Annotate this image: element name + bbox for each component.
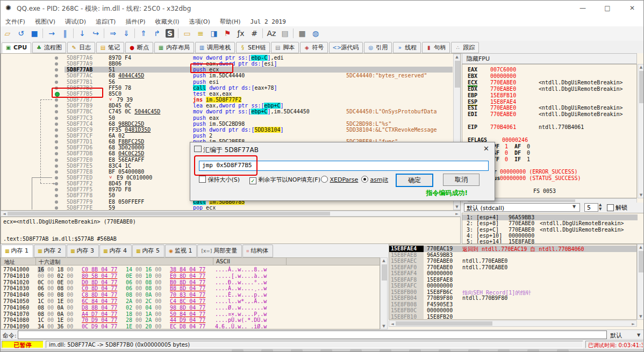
register-row[interactable]: ESI770EABE0<ntdll.DbgUiRemoteBreakin> bbox=[462, 105, 637, 111]
instruction-dot[interactable] bbox=[55, 117, 58, 120]
execute-till-return-icon[interactable]: ⇓ bbox=[120, 27, 133, 39]
disasm-row[interactable]: 5D8F77C468 98BDC25Dpush im.5DC2BD985DC2B… bbox=[1, 121, 453, 127]
dump-row[interactable]: 7704104006 00 08 00C8 8D 04 7708 00 0A 0… bbox=[1, 292, 377, 298]
keep-size-checkbox[interactable]: 保持大小(S) bbox=[199, 176, 240, 184]
run-to-cursor-icon[interactable]: ⇒ bbox=[106, 27, 119, 39]
instruction-dot[interactable] bbox=[55, 206, 58, 210]
strings-icon[interactable]: Az bbox=[265, 27, 278, 39]
dump-tab-结构体[interactable]: ⌗结构体 bbox=[242, 245, 273, 257]
dump-tab-内存2[interactable]: ▦内存 2 bbox=[34, 245, 66, 257]
tab-调用堆栈[interactable]: ▥调用堆栈 bbox=[195, 42, 235, 53]
menu-item-i[interactable]: 收藏夹(I) bbox=[151, 16, 184, 27]
dump-row[interactable]: 7704100016 00 18 00C0 8B 04 7714 00 16 0… bbox=[1, 267, 377, 273]
register-row[interactable]: ECX770EABE0<ntdll.DbgUiRemoteBreakin> bbox=[462, 80, 637, 85]
pause-icon[interactable]: ‖ bbox=[59, 27, 71, 39]
dump-tab-内存5[interactable]: ▦内存 5 bbox=[132, 245, 164, 257]
hash-icon[interactable]: # bbox=[248, 27, 261, 39]
tab-内存布局[interactable]: ▦内存布局 bbox=[154, 42, 194, 53]
hide-fpu-button[interactable]: 隐藏FPU bbox=[462, 53, 637, 64]
labels-icon[interactable]: ◨ bbox=[207, 27, 220, 39]
stop-icon[interactable]: ■ bbox=[28, 27, 41, 39]
dump-row[interactable]: 770410801C 00 1E 0070 D9 04 7728 00 2A 0… bbox=[1, 317, 377, 324]
restart-icon[interactable]: ↺ bbox=[15, 27, 27, 39]
register-row[interactable]: EBX00000000 bbox=[462, 73, 637, 79]
instruction-dot[interactable] bbox=[55, 68, 58, 71]
stack-row[interactable]: 15E8FAF0770EABE0ntdll.770EABE0 bbox=[389, 264, 637, 271]
instruction-dot[interactable] bbox=[55, 152, 58, 155]
menu-item-f[interactable]: 文件(F) bbox=[1, 16, 30, 27]
dump-row[interactable]: 7704107008 00 0A 00A4 D7 04 7718 00 1A 0… bbox=[1, 311, 377, 318]
dump-vscrollbar[interactable]: ▲ ▼ bbox=[380, 257, 388, 329]
tab-日志[interactable]: ✎日志 bbox=[67, 42, 95, 53]
patch-icon[interactable]: ▭ bbox=[181, 27, 194, 39]
xedparse-radio[interactable]: XEDParse bbox=[321, 176, 358, 183]
stack-row[interactable]: 15E8FB1015E8FB20 bbox=[389, 314, 637, 320]
step-over-icon[interactable]: ↪ bbox=[89, 27, 102, 39]
instruction-dot[interactable] bbox=[55, 104, 58, 107]
instruction-dot[interactable] bbox=[55, 170, 58, 174]
stack-row[interactable]: 15E8FB08F45905E3 bbox=[389, 301, 637, 308]
scroll-up-icon[interactable]: ▲ bbox=[454, 55, 460, 59]
stack-hscrollbar[interactable]: ◄ ► bbox=[389, 320, 637, 327]
argument-row[interactable]: 2:[esp+8]770EABE0<ntdll.DbgUiRemoteBreak… bbox=[462, 220, 638, 226]
register-row[interactable]: EAX007C6000 bbox=[462, 67, 637, 73]
dump-row[interactable]: 7704109034 00 36 000C D9 04 771E 00 20 0… bbox=[1, 324, 377, 329]
stack-row[interactable]: 15E8FAF815E8FAE8 bbox=[389, 277, 637, 283]
unlock-checkbox[interactable] bbox=[607, 204, 614, 211]
cancel-button[interactable]: 取消 bbox=[443, 174, 480, 186]
run-to-user-code-icon[interactable]: ↱ bbox=[151, 27, 163, 39]
chevron-down-icon[interactable]: ▼ bbox=[573, 204, 576, 209]
instruction-dot[interactable] bbox=[55, 56, 58, 60]
stack-panel[interactable]: 15E8FAE4770EAC19返回到 ntdll.770EAC19 自 ntd… bbox=[389, 244, 644, 329]
tab-cpu[interactable]: ▣CPU bbox=[2, 42, 31, 54]
argument-row[interactable]: 1:[esp+4]96A59BB3 bbox=[462, 214, 638, 220]
dump-tab-内存1[interactable]: ▦内存 1 bbox=[1, 245, 33, 257]
menu-item-o[interactable]: 选项(O) bbox=[184, 16, 214, 27]
stack-row[interactable]: 15E8FAFC00000000 bbox=[389, 283, 637, 289]
internet-icon[interactable]: ◍ bbox=[309, 27, 322, 39]
scroll-thumb[interactable] bbox=[455, 61, 460, 88]
instruction-dot[interactable] bbox=[55, 62, 58, 66]
asmjit-radio[interactable]: asmjit bbox=[361, 176, 388, 183]
instruction-dot[interactable] bbox=[55, 159, 58, 162]
stack-row[interactable]: 15E8FAE4770EAC19返回到 ntdll.770EAC19 自 ntd… bbox=[389, 246, 637, 252]
regs-vscrollbar[interactable]: ▲ ▼ bbox=[638, 64, 644, 198]
tab-源代码[interactable]: <>源代码 bbox=[329, 42, 363, 53]
minimize-button[interactable]: — bbox=[570, 1, 595, 16]
stepper-down-icon[interactable]: ▼ bbox=[599, 207, 602, 211]
maximize-button[interactable]: □ bbox=[595, 1, 620, 16]
instruction-dot[interactable] bbox=[55, 194, 58, 197]
disasm-hscrollbar[interactable]: ◄ ► bbox=[1, 211, 461, 217]
dump-panel[interactable]: ▦内存 1▦内存 2▦内存 3▦内存 4▦内存 5◉监视 1[x=]局部变量⌗结… bbox=[1, 244, 388, 329]
instruction-dot[interactable] bbox=[55, 140, 58, 143]
chevron-down-icon[interactable]: ▼ bbox=[637, 333, 640, 337]
tab-引用[interactable]: ◎引用 bbox=[364, 42, 392, 53]
tab-seh链[interactable]: §SEH链 bbox=[236, 42, 270, 53]
stack-vscrollbar[interactable]: ▲ ▼ bbox=[637, 244, 644, 320]
stack-body[interactable]: 15E8FAE4770EAC19返回到 ntdll.770EAC19 自 ntd… bbox=[389, 244, 637, 320]
instruction-dot[interactable] bbox=[55, 164, 58, 168]
scroll-down-icon[interactable]: ▼ bbox=[454, 205, 460, 209]
fill-nop-checkbox[interactable]: ✓ 剩余字节以NOP填充(F) bbox=[249, 176, 320, 184]
register-row[interactable]: EDX770EABE0<ntdll.DbgUiRemoteBreakin> bbox=[462, 86, 637, 92]
dump-tab-内存3[interactable]: ▦内存 3 bbox=[67, 245, 99, 257]
menu-item-d[interactable]: 调试(D) bbox=[60, 16, 91, 27]
argument-row[interactable]: 3:[esp+C]770EABE0<ntdll.DbgUiRemoteBreak… bbox=[462, 227, 638, 233]
instruction-dot[interactable] bbox=[55, 123, 58, 126]
arguments-list[interactable]: 1:[esp+4]96A59BB32:[esp+8]770EABE0<ntdll… bbox=[462, 213, 644, 244]
instruction-dot[interactable] bbox=[55, 188, 58, 191]
tab-流程图[interactable]: ♣流程图 bbox=[32, 42, 66, 53]
instruction-dot[interactable] bbox=[55, 146, 58, 149]
tab-跟踪[interactable]: ∴跟踪 bbox=[451, 42, 479, 53]
dump-row[interactable]: 7704106008 00 0A 00D8 8B 04 7702 00 04 0… bbox=[1, 305, 377, 311]
instruction-dot[interactable] bbox=[55, 176, 58, 179]
instruction-dot[interactable] bbox=[55, 128, 58, 132]
run-till-return-icon[interactable]: ⇑ bbox=[137, 27, 150, 39]
modules-icon[interactable]: ▤ bbox=[278, 27, 291, 39]
stepper-up-icon[interactable]: ▲ bbox=[599, 203, 602, 207]
stack-row[interactable]: 15E8FB04770B9F80ntdll.770B9F80 bbox=[389, 295, 637, 301]
menu-item-v[interactable]: 视图(V) bbox=[30, 16, 60, 27]
disasm-row[interactable]: 5D8F77BCC745 0C 5044C45Dmov dword ptr ss… bbox=[1, 109, 453, 114]
menu-item-h[interactable]: 帮助(H) bbox=[215, 16, 246, 27]
register-row[interactable]: EDI770EABE0<ntdll.DbgUiRemoteBreakin> bbox=[462, 111, 637, 117]
